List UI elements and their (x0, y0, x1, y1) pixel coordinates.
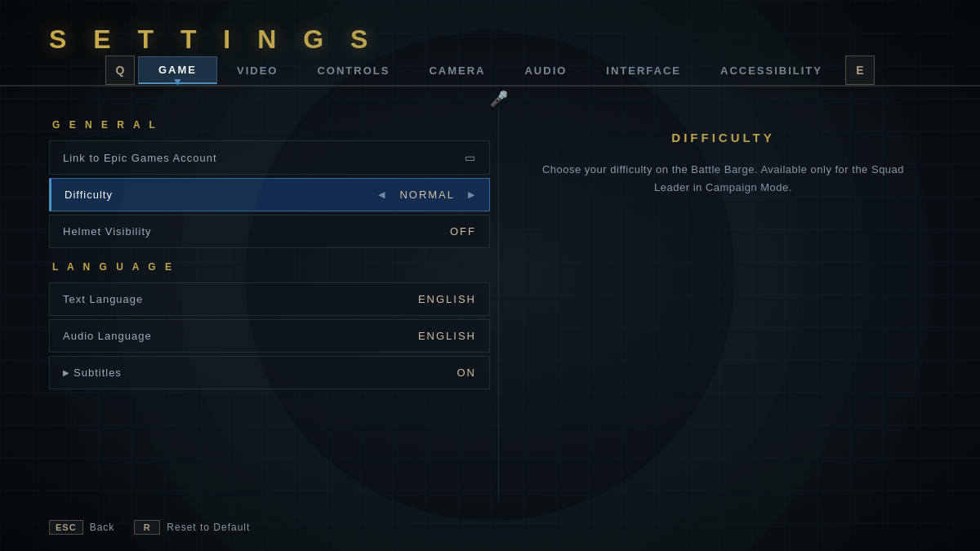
text-language-label: Text Language (63, 293, 143, 305)
content-area: G E N E R A L Link to Epic Games Account… (49, 106, 931, 502)
reset-key-badge: R (134, 520, 160, 535)
difficulty-arrow-right[interactable]: ▶ (468, 189, 476, 200)
epic-link-icon: ▭ (465, 151, 476, 164)
difficulty-control: ◀ NORMAL ▶ (378, 189, 476, 201)
epic-link-row[interactable]: Link to Epic Games Account ▭ (49, 140, 490, 175)
panel-divider-vertical: 🎤 (498, 106, 499, 502)
audio-language-value: ENGLISH (418, 330, 476, 342)
back-key-badge: ESC (49, 520, 83, 535)
tab-shortcut-right: E (845, 56, 875, 85)
reset-action[interactable]: R Reset to Default (134, 520, 250, 535)
difficulty-arrow-left[interactable]: ◀ (378, 189, 386, 200)
detail-description: Choose your difficulty on the Battle Bar… (540, 161, 906, 197)
audio-language-label: Audio Language (63, 330, 152, 342)
mic-icon: 🎤 (490, 90, 508, 108)
subtitles-label: Subtitles (74, 367, 122, 379)
difficulty-label: Difficulty (65, 189, 113, 201)
tab-accessibility[interactable]: ACCESSIBILITY (701, 58, 842, 83)
tab-interface[interactable]: INTERFACE (586, 58, 701, 83)
subtitles-expand-arrow: ▶ (63, 368, 70, 377)
text-language-row[interactable]: Text Language ENGLISH (49, 282, 490, 316)
epic-link-label: Link to Epic Games Account (63, 152, 217, 164)
tab-shortcut-left: Q (105, 56, 135, 85)
difficulty-value: NORMAL (399, 189, 455, 201)
helmet-visibility-label: Helmet Visibility (63, 225, 152, 238)
tab-video[interactable]: VIDEO (217, 58, 297, 83)
helmet-visibility-value: OFF (450, 225, 476, 238)
tab-game[interactable]: GAME (138, 56, 217, 84)
text-language-value: ENGLISH (418, 293, 476, 305)
right-panel: DIFFICULTY Choose your difficulty on the… (515, 106, 931, 502)
subtitles-row[interactable]: ▶ Subtitles ON (49, 356, 490, 389)
tab-camera[interactable]: CAMERA (409, 58, 505, 83)
language-section-label: L A N G U A G E (49, 261, 490, 273)
audio-language-row[interactable]: Audio Language ENGLISH (49, 319, 490, 353)
page-title: S E T T I N G S (49, 24, 377, 55)
left-panel: G E N E R A L Link to Epic Games Account… (49, 106, 490, 502)
back-label: Back (90, 522, 115, 533)
subtitles-label-container: ▶ Subtitles (63, 367, 122, 379)
subtitles-value: ON (457, 367, 477, 379)
tab-controls[interactable]: CONTROLS (297, 58, 409, 83)
helmet-visibility-row[interactable]: Helmet Visibility OFF (49, 215, 490, 248)
tabs-container: Q GAME VIDEO CONTROLS CAMERA AUDIO INTER… (0, 56, 980, 87)
detail-title: DIFFICULTY (540, 131, 906, 144)
general-section-label: G E N E R A L (49, 119, 490, 131)
difficulty-row[interactable]: Difficulty ◀ NORMAL ▶ (49, 178, 490, 211)
bottom-bar: ESC Back R Reset to Default (49, 520, 931, 535)
back-action[interactable]: ESC Back (49, 520, 114, 535)
tab-audio[interactable]: AUDIO (505, 58, 586, 83)
reset-label: Reset to Default (167, 522, 250, 533)
